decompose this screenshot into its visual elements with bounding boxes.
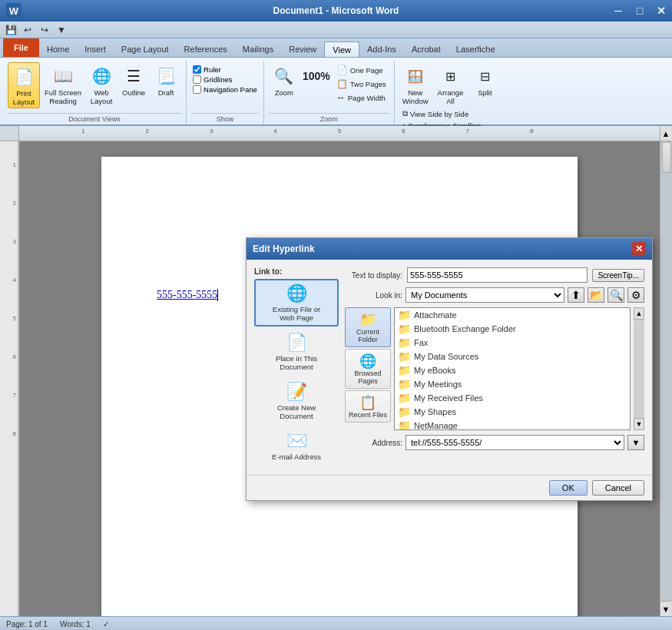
qat-customize[interactable]: ▼ — [54, 23, 69, 37]
web-layout-button[interactable]: 🌐 WebLayout — [86, 62, 117, 107]
tab-file[interactable]: File — [3, 38, 39, 57]
screentip-button[interactable]: ScreenTip... — [592, 269, 644, 282]
show-checkboxes: Ruler Gridlines Navigation Pane — [191, 62, 259, 97]
vertical-ruler: 1 2 3 4 5 6 7 8 — [0, 141, 18, 616]
tab-addins[interactable]: Add-Ins — [359, 41, 404, 57]
dialog-close-button[interactable]: ✕ — [632, 242, 646, 256]
new-window-button[interactable]: 🪟 NewWindow — [399, 62, 432, 107]
browsed-pages-icon: 🌐 — [359, 353, 376, 370]
link-type-email[interactable]: ✉️ E-mail Address — [254, 426, 339, 466]
outline-button[interactable]: ☰ Outline — [118, 62, 149, 98]
maximize-button[interactable]: □ — [629, 0, 650, 22]
print-layout-icon: 📄 — [12, 65, 36, 89]
tab-mailings[interactable]: Mailings — [235, 41, 281, 57]
text-display-label: Text to display: — [345, 271, 402, 280]
full-screen-reading-button[interactable]: 📖 Full ScreenReading — [41, 62, 84, 107]
main-area: 1 2 3 4 5 6 7 8 1 2 3 4 5 6 7 8 — [0, 126, 672, 616]
scroll-thumb[interactable] — [662, 142, 671, 173]
recent-files-button[interactable]: 📋 Recent Files — [345, 390, 391, 423]
scroll-down-button[interactable]: ▼ — [660, 601, 671, 616]
look-in-browse-button[interactable]: 📂 — [588, 287, 604, 303]
tab-page-layout[interactable]: Page Layout — [114, 41, 177, 57]
file-scroll-down[interactable]: ▼ — [634, 418, 644, 430]
qat-save[interactable]: 💾 — [3, 23, 18, 37]
show-label: Show — [191, 113, 259, 123]
look-in-up-button[interactable]: ⬆ — [568, 287, 584, 303]
tab-view[interactable]: View — [324, 41, 359, 57]
qat-redo[interactable]: ↪ — [37, 23, 52, 37]
tab-home[interactable]: Home — [39, 41, 77, 57]
outline-icon: ☰ — [121, 64, 146, 88]
window-title: Document1 - Microsoft Word — [273, 5, 399, 16]
draft-button[interactable]: 📃 Draft — [151, 62, 181, 98]
scroll-up-button[interactable]: ▲ — [660, 126, 671, 141]
navigation-pane-check[interactable] — [193, 85, 201, 94]
vruler-3: 3 — [13, 238, 16, 245]
minimize-button[interactable]: ─ — [607, 0, 629, 22]
file-scroll-up[interactable]: ▲ — [634, 307, 644, 320]
address-select[interactable]: tel://555-555-5555/ — [406, 435, 624, 450]
vertical-scrollbar[interactable]: ▲ ▼ — [660, 126, 672, 616]
navigation-pane-checkbox[interactable]: Navigation Pane — [193, 85, 257, 94]
gridlines-check[interactable] — [193, 75, 201, 84]
file-item[interactable]: 📁 Attachmate — [395, 308, 630, 322]
file-item[interactable]: 📁 My Meetings — [395, 377, 630, 391]
file-item[interactable]: 📁 My Shapes — [395, 405, 630, 419]
tab-references[interactable]: References — [177, 41, 235, 57]
file-item[interactable]: 📁 Bluetooth Exchange Folder — [395, 322, 630, 336]
ok-button[interactable]: OK — [549, 480, 588, 496]
file-item[interactable]: 📁 Fax — [395, 336, 630, 350]
ruler-checkbox[interactable]: Ruler — [193, 65, 257, 74]
look-in-select[interactable]: My Documents — [406, 287, 564, 303]
folder-icon: 📁 — [398, 364, 411, 376]
address-dropdown-button[interactable]: ▼ — [627, 435, 644, 450]
ribbon-content: 📄 PrintLayout 📖 Full ScreenReading 🌐 Web… — [0, 57, 672, 124]
zoom-value-button[interactable]: 100% — [301, 62, 332, 90]
ribbon: File Home Insert Page Layout References … — [0, 38, 672, 126]
file-scroll-track[interactable] — [634, 320, 644, 418]
file-item[interactable]: 📁 My eBooks — [395, 363, 630, 377]
vruler-5: 5 — [13, 315, 16, 322]
look-in-row: Look in: My Documents ⬆ 📂 🔍 ⚙ — [345, 287, 644, 303]
horizontal-ruler: 1 2 3 4 5 6 7 8 — [19, 126, 660, 141]
look-in-search-button[interactable]: 🔍 — [607, 287, 624, 303]
arrange-all-button[interactable]: ⊞ ArrangeAll — [435, 62, 467, 107]
tab-laserfiche[interactable]: Laserfiche — [449, 41, 503, 57]
dialog-left-panel: Link to: 🌐 Existing File orWeb Page 📄 Pl… — [254, 267, 339, 467]
link-type-create-new[interactable]: 📝 Create NewDocument — [254, 377, 339, 425]
page-status: Page: 1 of 1 — [6, 620, 48, 628]
file-item[interactable]: 📁 My Received Files — [395, 391, 630, 405]
two-pages-button[interactable]: 📋 Two Pages — [333, 78, 389, 90]
browsed-pages-button[interactable]: 🌐 Browsed Pages — [345, 349, 391, 389]
print-layout-button[interactable]: 📄 PrintLayout — [8, 62, 40, 108]
zoom-button[interactable]: 🔍 Zoom — [269, 62, 300, 98]
gridlines-checkbox[interactable]: Gridlines — [193, 75, 257, 84]
folder-icon: 📁 — [398, 350, 411, 363]
link-type-place-in-document[interactable]: 📄 Place in ThisDocument — [254, 328, 339, 376]
ruler-check[interactable] — [193, 65, 201, 74]
page-width-button[interactable]: ↔ Page Width — [333, 91, 389, 104]
vruler-1: 1 — [13, 161, 16, 168]
vruler-6: 6 — [13, 353, 16, 360]
left-ruler-area: 1 2 3 4 5 6 7 8 — [0, 126, 19, 616]
tab-insert[interactable]: Insert — [77, 41, 114, 57]
file-list[interactable]: 📁 Attachmate 📁 Bluetooth Exchange Folder… — [394, 307, 631, 430]
hyperlink-phone[interactable]: 555-555-5555 — [157, 289, 218, 301]
file-item[interactable]: 📁 NetManage — [395, 419, 630, 430]
one-page-button[interactable]: 📄 One Page — [333, 64, 389, 76]
cancel-button[interactable]: Cancel — [592, 480, 644, 496]
split-button[interactable]: ⊟ Split — [469, 62, 500, 107]
tab-review[interactable]: Review — [281, 41, 324, 57]
current-folder-button[interactable]: 📁 Current Folder — [345, 307, 391, 347]
folder-icon: 📁 — [398, 419, 411, 430]
file-item[interactable]: 📁 My Data Sources — [395, 350, 630, 363]
look-in-options-button[interactable]: ⚙ — [627, 287, 644, 303]
link-type-existing-file[interactable]: 🌐 Existing File orWeb Page — [254, 279, 339, 327]
tab-acrobat[interactable]: Acrobat — [404, 41, 449, 57]
qat-undo[interactable]: ↩ — [20, 23, 35, 37]
link-to-label: Link to: — [254, 267, 339, 276]
view-side-by-side-button[interactable]: ⧉ View Side by Side — [399, 108, 501, 119]
scroll-track[interactable] — [660, 141, 672, 601]
text-display-input[interactable] — [407, 267, 588, 283]
close-button[interactable]: ✕ — [650, 0, 672, 22]
